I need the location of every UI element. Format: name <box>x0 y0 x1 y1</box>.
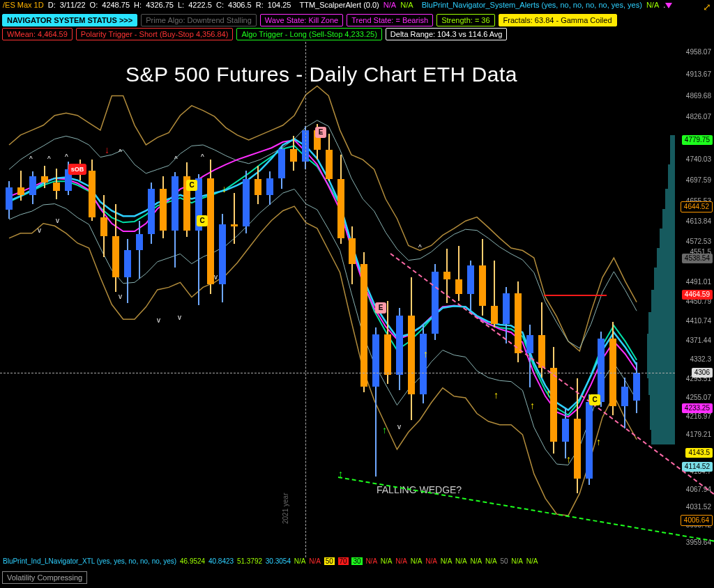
candle[interactable] <box>290 136 297 170</box>
crosshair-h <box>0 373 675 373</box>
candle[interactable] <box>41 166 48 188</box>
nav-status[interactable]: NAVIGATOR SYSTEM STATUS >>> <box>2 14 137 26</box>
expand-icon[interactable]: ⤢ <box>703 1 711 13</box>
range: 104.25 <box>268 1 291 9</box>
volume-profile-bar <box>665 189 675 208</box>
candle[interactable] <box>112 204 119 293</box>
sig-dot: ^ <box>174 155 178 163</box>
candle[interactable] <box>432 264 439 341</box>
axis-marker: 4779.75 <box>682 135 713 145</box>
axis-tick: 4958.07 <box>675 48 711 56</box>
candle[interactable] <box>136 221 143 279</box>
candle[interactable] <box>124 239 131 303</box>
axis-marker: 4006.64 <box>681 515 713 526</box>
candle[interactable] <box>467 261 474 309</box>
candle[interactable] <box>148 183 155 245</box>
axis-marker: 4306 <box>692 368 713 378</box>
sig-dot: v <box>56 217 59 224</box>
candle[interactable] <box>219 214 226 302</box>
ind-na10: N/A <box>471 557 483 565</box>
candle[interactable] <box>574 378 581 493</box>
candle[interactable] <box>231 193 238 244</box>
sig-dot: ^ <box>201 153 204 161</box>
algo: Algo Trigger - Long (Sell-Stop 4,233.25) <box>236 28 381 40</box>
sig-dot: v <box>119 293 122 300</box>
axis-tick: 4255.07 <box>675 394 711 401</box>
candle[interactable] <box>207 160 214 294</box>
candle[interactable] <box>372 327 379 477</box>
sig-dot: ^ <box>65 153 68 161</box>
candle[interactable] <box>6 181 13 219</box>
ind-na11: N/A <box>485 557 497 565</box>
candle[interactable] <box>503 287 510 343</box>
candle[interactable] <box>349 226 356 284</box>
trigger-row: WMean: 4,464.59 Polarity Trigger - Short… <box>2 28 507 40</box>
candle[interactable] <box>17 171 24 201</box>
chart-title: S&P 500 Futures - Daily Chart ETH Data <box>126 63 517 86</box>
volume-profile-bar <box>651 438 675 444</box>
candle[interactable] <box>53 169 60 199</box>
bluprint-label: BluPrint_Navigator_System_Alerts (yes, n… <box>422 1 642 9</box>
scalper-na1: N/A <box>383 1 396 9</box>
candle[interactable] <box>100 195 107 257</box>
ind-v1: 46.9524 <box>180 557 205 565</box>
volume-profile-bar <box>660 229 675 248</box>
volume-profile-bar <box>662 209 675 229</box>
axis-tick: 4913.67 <box>675 70 711 78</box>
candle[interactable] <box>195 174 202 304</box>
candle[interactable] <box>172 172 178 268</box>
candle[interactable] <box>479 239 486 316</box>
axis-tick: 4371.44 <box>675 336 711 344</box>
scalper-label: TTM_ScalperAlert (0.0) <box>299 1 379 9</box>
candle[interactable] <box>408 277 415 419</box>
volume-profile-bar <box>670 135 675 164</box>
candle[interactable] <box>160 176 167 238</box>
o-label: O: <box>90 1 98 9</box>
axis-marker: 4143.5 <box>685 448 713 458</box>
candle[interactable] <box>550 347 557 453</box>
volume-profile-bar <box>650 420 675 430</box>
sig-dot: v <box>38 226 41 234</box>
candle[interactable] <box>278 146 285 189</box>
candle[interactable] <box>266 171 273 205</box>
close: 4306.5 <box>228 1 252 9</box>
sig-dot: v <box>178 314 181 321</box>
volume-profile-bar <box>668 164 675 189</box>
candle[interactable] <box>384 301 391 383</box>
candle[interactable] <box>255 166 261 204</box>
volume-profile-bar <box>647 334 675 356</box>
candle[interactable] <box>455 246 462 301</box>
candle[interactable] <box>89 160 96 220</box>
candle[interactable] <box>360 252 367 393</box>
price-chart[interactable] <box>0 42 675 557</box>
volume-profile-bar <box>651 430 675 439</box>
candle[interactable] <box>183 162 190 237</box>
down-arrow-icon: ↓ <box>222 183 227 194</box>
candle[interactable] <box>562 408 569 458</box>
candle[interactable] <box>420 324 427 403</box>
candle[interactable] <box>586 394 593 485</box>
bluprint-na: N/A <box>646 1 659 9</box>
delta: Delta Range: 104.3 vs 114.6 Avg <box>386 28 508 40</box>
candle[interactable] <box>396 308 403 390</box>
candle[interactable] <box>29 171 36 204</box>
candle[interactable] <box>621 378 628 428</box>
open: 4248.75 <box>102 1 130 9</box>
up-arrow-icon: ↑ <box>382 424 387 435</box>
fractals: Fractals: 63.84 - Gamma Coiled <box>499 14 617 26</box>
candle[interactable] <box>609 322 616 415</box>
candle[interactable] <box>337 155 344 244</box>
ind-na13: N/A <box>526 557 538 565</box>
ind-na9: N/A <box>455 557 467 565</box>
candle[interactable] <box>243 171 250 233</box>
up-arrow-icon: ↑ <box>566 454 571 465</box>
candle[interactable] <box>326 134 333 181</box>
volume-profile-bar <box>657 248 675 268</box>
dropdown-icon[interactable] <box>665 3 672 8</box>
d-label: D: <box>48 1 56 9</box>
year-label: 2021 year <box>282 493 289 524</box>
candle[interactable] <box>491 261 498 327</box>
signal-marker: sOB <box>68 164 86 175</box>
candle[interactable] <box>633 362 640 413</box>
quote-header: /ES Max 1D D: 3/11/22 O: 4248.75 H: 4326… <box>0 0 681 14</box>
